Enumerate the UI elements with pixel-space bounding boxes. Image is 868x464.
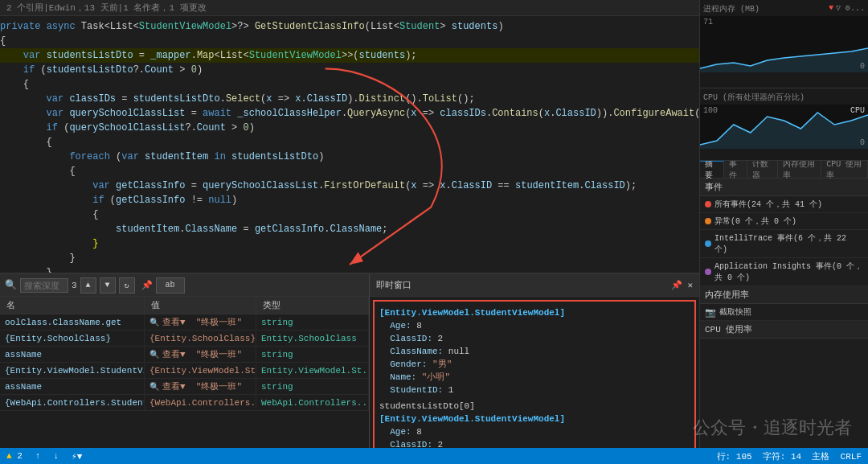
line-text: var getClassInfo = querySchoolClassList.… [0, 180, 699, 191]
line-text: } [0, 253, 699, 264]
code-line: var getClassInfo = querySchoolClassList.… [0, 179, 699, 193]
locals-type: string [256, 347, 369, 362]
tab-events[interactable]: 事件 [724, 161, 748, 178]
code-line: } [0, 251, 699, 265]
memory-chart-svg [700, 24, 868, 72]
search-input[interactable] [20, 278, 68, 293]
main-container: 2 个引用|Edwin，13 天前|1 名作者，1 项更改 private as… [0, 0, 868, 464]
tab-counters[interactable]: 计数器 [747, 161, 778, 178]
event-item: 所有事件(24 个，共 41 个) [700, 196, 868, 213]
event-text-all: 所有事件(24 个，共 41 个) [714, 199, 822, 210]
line-text: var querySchoolClassList = await _school… [0, 108, 699, 119]
event-item: 异常(0 个，共 0 个) [700, 213, 868, 230]
cpu-chart-svg [700, 109, 868, 149]
locals-name: assName [0, 379, 145, 394]
query-icon: 🔍 [149, 318, 159, 327]
events-title: 事件 [700, 179, 868, 196]
locals-toolbar: 🔍 3 ▲ ▼ ↻ 📌 ab [0, 274, 369, 297]
code-line: { [0, 77, 699, 92]
col-value: 值 [145, 297, 256, 314]
tab-memory-usage[interactable]: 内存使用率 [778, 161, 821, 178]
line-text: { [0, 137, 699, 148]
ref-info-text: 2 个引用|Edwin，13 天前|1 名作者，1 项更改 [6, 3, 207, 13]
ref-info: 2 个引用|Edwin，13 天前|1 名作者，1 项更改 [0, 0, 699, 16]
line-text: if (getClassInfo != null) [0, 195, 699, 206]
code-line: foreach (var studentItem in studentsList… [0, 150, 699, 164]
line-text: private async Task<List<StudentViewModel… [0, 21, 699, 32]
toolbar-btn-ab[interactable]: ab [156, 277, 185, 294]
locals-type: Entity.SchoolClass [256, 331, 369, 346]
locals-type: string [256, 379, 369, 394]
list-item: {Entity.ViewModel.StudentViewModel} {Ent… [0, 363, 369, 379]
warning-icon: ▲ [6, 451, 12, 461]
col-name: 名 [0, 297, 145, 314]
toolbar-btn-up[interactable]: ▲ [80, 277, 96, 294]
line-text: studentItem.ClassName = getClassInfo.Cla… [0, 224, 699, 235]
code-line: var querySchoolClassList = await _school… [0, 106, 699, 121]
cpu-usage-title: CPU 使用率 [700, 321, 868, 339]
locals-name: {WebApi.Controllers.StudentController} [0, 395, 145, 410]
diag-tabs: 摘要 事件 计数器 内存使用率 CPU 使用率 [700, 161, 868, 179]
list-item: oolClass.ClassName.get 🔍查看▼ "终极一班" strin… [0, 314, 369, 331]
locals-name: {Entity.ViewModel.StudentViewModel} [0, 363, 145, 378]
code-editor: 2 个引用|Edwin，13 天前|1 名作者，1 项更改 private as… [0, 0, 699, 273]
cpu-chart-area: CPU (所有处理器的百分比) 100 CPU 0 [700, 88, 868, 161]
line-text: } [0, 238, 699, 249]
toolbar-btn-down[interactable]: ▼ [100, 277, 116, 294]
svg-marker-2 [700, 113, 868, 149]
event-text-intellitrace: IntelliTrace 事件(6 个，共 22 个) [714, 232, 863, 255]
pin-icon[interactable]: 📌 [671, 280, 682, 290]
close-icon[interactable]: ✕ [687, 280, 693, 290]
imm-line: Gender: "男" [379, 358, 690, 371]
locals-rows: oolClass.ClassName.get 🔍查看▼ "终极一班" strin… [0, 314, 369, 411]
cpu-zero: 0 [860, 138, 865, 147]
query-icon: 🔍 [149, 382, 159, 392]
list-item: {Entity.SchoolClass} {Entity.SchoolClass… [0, 331, 369, 347]
code-line-highlighted: var studentsListDto = _mapper.Map<List<S… [0, 48, 699, 63]
tab-summary[interactable]: 摘要 [700, 161, 724, 178]
locals-type: Entity.ViewModel.St... [256, 363, 369, 378]
locals-name: {Entity.SchoolClass} [0, 331, 145, 346]
locals-name: assName [0, 347, 145, 362]
immediate-title-bar: 即时窗口 📌 ✕ [370, 274, 699, 297]
toolbar-btn-refresh[interactable]: ↻ [119, 277, 135, 294]
line-text: if (studentsListDto?.Count > 0) [0, 64, 699, 76]
line-text: foreach (var studentItem in studentsList… [0, 151, 699, 162]
nav-filter[interactable]: ⚡▼ [72, 451, 82, 462]
immediate-title: 即时窗口 [376, 279, 411, 291]
snapshot-btn[interactable]: 📷 截取快照 [700, 304, 868, 321]
immediate-content: [Entity.ViewModel.StudentViewModel] Age:… [370, 297, 699, 464]
line-text: { [0, 79, 699, 90]
snapshot-label: 截取快照 [719, 306, 751, 318]
imm-line: [Entity.ViewModel.StudentViewModel] [379, 413, 690, 425]
imm-line: Name: "小明" [379, 371, 690, 384]
code-panel: 2 个引用|Edwin，13 天前|1 名作者，1 项更改 private as… [0, 0, 699, 464]
event-text-exception: 异常(0 个，共 0 个) [714, 216, 796, 227]
imm-line: StudentID: 1 [379, 384, 690, 396]
locals-value: {WebApi.Controllers... [145, 395, 256, 410]
query-icon: 🔍 [149, 350, 159, 359]
locals-value: 🔍查看▼ "终极一班" [145, 379, 256, 394]
tab-cpu-usage[interactable]: CPU 使用率 [821, 161, 868, 178]
imm-line: Age: 8 [379, 319, 690, 332]
code-line: } [0, 236, 699, 251]
right-panel: 进程内存 (MB) 🔻▽ ⚙... 71 0 CPU (所有处理器的百分比) 1… [699, 0, 868, 464]
code-line: var classIDs = studentsListDto.Select(x … [0, 92, 699, 106]
immediate-box: [Entity.ViewModel.StudentViewModel] Age:… [373, 300, 696, 461]
event-item: Application Insights 事件(0 个，共 0 个) [700, 258, 868, 286]
code-line: studentItem.ClassName = getClassInfo.Cla… [0, 222, 699, 236]
locals-value: 🔍查看▼ "终极一班" [145, 347, 256, 362]
immediate-panel: 即时窗口 📌 ✕ [Entity.ViewModel.StudentViewMo… [370, 274, 699, 464]
code-line: { [0, 164, 699, 179]
toolbar-pin[interactable]: 📌 [141, 280, 153, 291]
nav-down[interactable]: ↓ [53, 451, 59, 461]
code-line: } [0, 265, 699, 273]
locals-value: 🔍查看▼ "终极一班" [145, 314, 256, 330]
imm-line: Age: 8 [379, 425, 690, 438]
row-col: 行: 105 字符: 14 主格 CRLF [717, 450, 862, 462]
event-dot-all [705, 201, 711, 207]
nav-up[interactable]: ↑ [35, 451, 41, 461]
code-line: { [0, 207, 699, 222]
code-line: private async Task<List<StudentViewModel… [0, 19, 699, 34]
diag-icons: 🔻▽ ⚙... [826, 3, 865, 14]
